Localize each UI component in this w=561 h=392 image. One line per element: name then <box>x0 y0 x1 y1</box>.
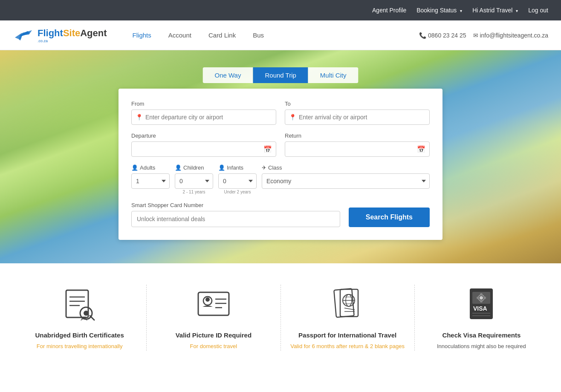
contact-info: 📞 0860 23 24 25 ✉ info@flightsiteagent.c… <box>419 32 548 39</box>
svg-point-26 <box>477 297 479 299</box>
return-calendar-icon[interactable]: 📅 <box>417 145 425 153</box>
svg-point-25 <box>480 300 483 303</box>
svg-point-27 <box>483 297 486 299</box>
birth-cert-title: Unabridged Birth Certificates <box>35 331 124 339</box>
svg-point-5 <box>84 311 89 316</box>
nav-bus[interactable]: Bus <box>253 32 264 39</box>
top-bar: Agent Profile Booking Status ▾ Hi Astrid… <box>0 0 561 20</box>
from-input[interactable] <box>131 110 276 125</box>
info-visa: VISA Check Visa Requirements Innoculatio… <box>415 285 548 351</box>
info-passport: Passport for International Travel Valid … <box>281 285 415 351</box>
main-nav: FlightSiteAgent .co.za Flights Account C… <box>0 20 561 50</box>
departure-label: Departure <box>131 133 276 139</box>
adults-icon: 👤 <box>131 164 138 171</box>
to-input[interactable] <box>285 110 430 125</box>
tab-multi-city[interactable]: Multi City <box>308 67 359 83</box>
hero-section: АРАВІЯ ЕЛЬ-КУВЕЙТ One Way Round Trip Mul… <box>0 50 561 263</box>
dates-row: Departure 06/04/2018 📅 Return 13/04/2018… <box>131 133 430 157</box>
smart-shopper-group: Smart Shopper Card Number <box>131 202 340 227</box>
logo: FlightSiteAgent .co.za <box>13 27 107 44</box>
return-date-input[interactable]: 13/04/2018 <box>285 141 430 157</box>
tab-round-trip[interactable]: Round Trip <box>253 67 308 83</box>
smart-shopper-label: Smart Shopper Card Number <box>131 202 340 208</box>
departure-date-input[interactable]: 06/04/2018 <box>131 141 276 157</box>
main-navigation: Flights Account Card Link Bus <box>133 32 419 39</box>
to-location-icon: 📍 <box>289 114 296 121</box>
class-group: ✈ Class Economy Business First Class <box>262 164 430 189</box>
logo-agent: Agent <box>80 28 107 38</box>
from-label: From <box>131 101 276 107</box>
infants-select[interactable]: 012 <box>218 173 257 189</box>
email-address: ✉ info@flightsiteagent.co.za <box>473 32 548 39</box>
svg-point-28 <box>480 296 483 300</box>
class-label: ✈ Class <box>262 164 430 171</box>
valid-id-title: Valid Picture ID Required <box>176 331 252 339</box>
search-flights-button[interactable]: Search Flights <box>349 208 430 227</box>
hi-astrid-arrow: ▾ <box>516 9 518 13</box>
return-label: Return <box>285 133 430 139</box>
svg-text:VISA: VISA <box>473 305 487 312</box>
infants-hint: Under 2 years <box>218 190 257 194</box>
children-label: 👤 Children <box>175 164 213 171</box>
search-card: From 📍 To 📍 Departure 06/04/2018 <box>119 89 442 240</box>
class-select[interactable]: Economy Business First Class <box>262 173 430 189</box>
booking-status-arrow: ▾ <box>460 9 462 13</box>
svg-point-8 <box>205 297 210 302</box>
valid-id-icon <box>194 285 233 323</box>
from-location-icon: 📍 <box>136 114 143 121</box>
agent-profile-link[interactable]: Agent Profile <box>372 7 406 14</box>
to-label: To <box>285 101 430 107</box>
from-group: From 📍 <box>131 101 276 125</box>
to-input-wrapper: 📍 <box>285 110 430 125</box>
booking-status-link[interactable]: Booking Status ▾ <box>416 7 462 14</box>
logout-link[interactable]: Log out <box>528 7 548 14</box>
infants-group: 👤 Infants 012 Under 2 years <box>218 164 257 194</box>
valid-id-desc: For domestic travel <box>190 342 237 351</box>
bottom-row: Smart Shopper Card Number Search Flights <box>131 202 430 227</box>
children-select[interactable]: 0123 <box>175 173 213 189</box>
nav-flights[interactable]: Flights <box>133 32 151 39</box>
from-input-wrapper: 📍 <box>131 110 276 125</box>
adults-label: 👤 Adults <box>131 164 170 171</box>
phone-number: 📞 0860 23 24 25 <box>419 32 466 39</box>
infants-label: 👤 Infants <box>218 164 257 171</box>
adults-group: 👤 Adults 12345 <box>131 164 170 189</box>
infants-icon: 👤 <box>218 164 225 171</box>
logo-flight: Flight <box>38 28 63 38</box>
nav-account[interactable]: Account <box>168 32 191 39</box>
visa-requirements-icon: VISA <box>462 285 500 323</box>
visa-desc: Innoculations might also be required <box>437 342 526 351</box>
logo-tagline: .co.za <box>38 39 107 43</box>
passport-icon <box>328 285 367 323</box>
nav-card-link[interactable]: Card Link <box>208 32 236 39</box>
return-group: Return 13/04/2018 📅 <box>285 133 430 157</box>
visa-title: Check Visa Requirements <box>442 331 521 339</box>
departure-group: Departure 06/04/2018 📅 <box>131 133 276 157</box>
departure-date-wrapper: 06/04/2018 📅 <box>131 141 276 157</box>
return-date-wrapper: 13/04/2018 📅 <box>285 141 430 157</box>
passport-title: Passport for International Travel <box>298 331 396 339</box>
info-valid-id: Valid Picture ID Required For domestic t… <box>147 285 280 351</box>
info-section: Unabridged Birth Certificates For minors… <box>0 263 561 372</box>
children-hint: 2 - 11 years <box>175 190 213 194</box>
tab-one-way[interactable]: One Way <box>202 67 253 83</box>
departure-calendar-icon[interactable]: 📅 <box>263 145 272 153</box>
birth-certificate-icon <box>61 285 99 323</box>
birth-cert-desc: For minors travelling internationally <box>37 342 123 351</box>
passport-desc: Valid for 6 months after return & 2 blan… <box>290 342 405 351</box>
trip-type-tabs: One Way Round Trip Multi City <box>202 67 358 83</box>
info-birth-certificate: Unabridged Birth Certificates For minors… <box>13 285 147 351</box>
children-group: 👤 Children 0123 2 - 11 years <box>175 164 213 194</box>
logo-site: Site <box>63 28 80 38</box>
passengers-row: 👤 Adults 12345 👤 Children 0123 2 - 11 ye… <box>131 164 430 194</box>
smart-shopper-input[interactable] <box>131 211 340 227</box>
children-icon: 👤 <box>175 164 182 171</box>
svg-point-24 <box>480 293 483 296</box>
logo-airplane-icon <box>13 27 34 44</box>
class-icon: ✈ <box>262 164 266 171</box>
from-to-row: From 📍 To 📍 <box>131 101 430 125</box>
hi-astrid-link[interactable]: Hi Astrid Travel ▾ <box>472 7 518 14</box>
adults-select[interactable]: 12345 <box>131 173 170 189</box>
to-group: To 📍 <box>285 101 430 125</box>
